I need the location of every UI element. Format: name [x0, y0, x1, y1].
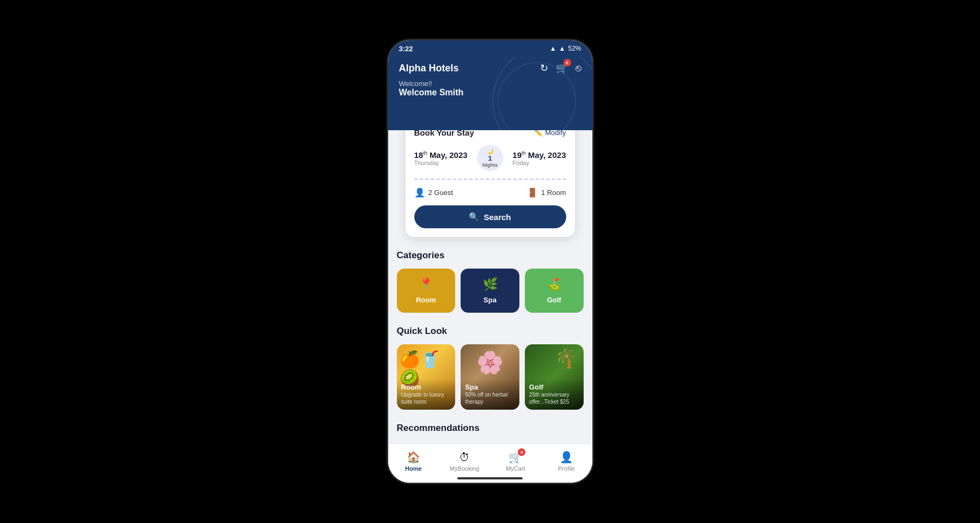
nav-cart-wrap: 🛒 0 — [509, 451, 522, 464]
profile-icon: 👤 — [560, 451, 573, 464]
person-icon: 👤 — [414, 187, 425, 198]
checkout-date: 19th May, 2023 — [512, 150, 566, 160]
ql-card-golf[interactable]: Golf 25th anniversary offer...Ticket $25 — [525, 344, 584, 410]
categories-row: 📍 Room 🌿 Spa ⛳ Golf — [397, 269, 584, 313]
guests-label: 2 Guest — [428, 188, 454, 197]
guests-row: 👤 2 Guest 🚪 1 Room — [414, 187, 566, 198]
dates-row: 18th May, 2023 Thursday 🌙 1 Nights 19th … — [414, 145, 566, 171]
ql-spa-subtitle: 50% off on herbal therapy — [465, 391, 515, 405]
booking-card: Book Your Stay ✏️ Modify 18th May, 2023 … — [406, 130, 575, 237]
nav-cart-badge: 0 — [518, 448, 525, 456]
quick-look-title: Quick Look — [397, 326, 584, 337]
app-title: Alpha Hotels — [399, 63, 459, 74]
main-content: Book Your Stay ✏️ Modify 18th May, 2023 … — [388, 130, 592, 483]
nav-mycart[interactable]: 🛒 0 MyCart — [499, 451, 532, 472]
booking-icon: ⏱ — [459, 451, 470, 464]
nav-mybooking[interactable]: ⏱ MyBooking — [448, 451, 481, 472]
modify-label: Modify — [545, 130, 566, 137]
booking-card-header: Book Your Stay ✏️ Modify — [414, 130, 566, 137]
nav-mybooking-label: MyBooking — [450, 465, 479, 472]
ql-room-title: Room — [401, 383, 451, 391]
modify-button[interactable]: ✏️ Modify — [534, 130, 566, 137]
header-top: Alpha Hotels ↻ 🛒 0 ⎋ — [399, 62, 581, 74]
home-icon: 🏠 — [407, 451, 420, 464]
booking-card-title: Book Your Stay — [414, 130, 474, 137]
search-label: Search — [483, 212, 511, 222]
pencil-icon: ✏️ — [534, 130, 543, 137]
header-actions: ↻ 🛒 0 ⎋ — [540, 62, 581, 74]
rooms-label: 1 Room — [541, 188, 566, 197]
spa-category-icon: 🌿 — [483, 277, 498, 291]
refresh-button[interactable]: ↻ — [540, 62, 548, 74]
nav-mycart-label: MyCart — [506, 465, 525, 472]
checkout-date-block: 19th May, 2023 Friday — [512, 150, 566, 166]
recommendations-section: Recommendations — [397, 423, 584, 434]
ql-room-subtitle: Upgrade to luxury suite room — [401, 391, 451, 405]
nights-label: Nights — [482, 162, 498, 168]
recommendations-title: Recommendations — [397, 423, 584, 434]
quick-look-section: Quick Look Room Upgrade to luxury suite … — [397, 326, 584, 410]
category-room[interactable]: 📍 Room — [397, 269, 456, 313]
ql-spa-title: Spa — [465, 383, 515, 391]
guests-item: 👤 2 Guest — [414, 187, 454, 198]
ql-golf-title: Golf — [529, 383, 579, 391]
nights-count: 1 — [488, 154, 492, 162]
ql-spa-overlay: Spa 50% off on herbal therapy — [461, 379, 519, 410]
home-indicator — [457, 477, 523, 479]
status-bar: 3:22 ▲ ▲ 52% — [388, 40, 592, 57]
header: Alpha Hotels ↻ 🛒 0 ⎋ Welcome!! Welcome S… — [388, 57, 592, 130]
golf-category-icon: ⛳ — [547, 277, 561, 291]
room-icon: 🚪 — [527, 187, 538, 198]
battery-label: 52% — [568, 45, 581, 52]
room-category-icon: 📍 — [419, 277, 433, 291]
cart-button[interactable]: 🛒 0 — [556, 62, 568, 74]
wifi-icon: ▲ — [550, 45, 556, 52]
categories-section: Categories 📍 Room 🌿 Spa ⛳ Golf — [397, 250, 584, 313]
ql-card-room[interactable]: Room Upgrade to luxury suite room — [397, 344, 456, 410]
moon-icon: 🌙 — [487, 148, 493, 154]
spa-category-label: Spa — [483, 296, 497, 304]
search-button[interactable]: 🔍 Search — [414, 205, 566, 228]
room-category-label: Room — [416, 296, 436, 304]
rooms-item: 🚪 1 Room — [527, 187, 566, 198]
signal-icon: ▲ — [559, 45, 566, 52]
nights-badge: 🌙 1 Nights — [477, 145, 503, 171]
category-spa[interactable]: 🌿 Spa — [461, 269, 519, 313]
checkin-date-block: 18th May, 2023 Thursday — [414, 150, 468, 166]
quick-look-row: Room Upgrade to luxury suite room Spa 50… — [397, 344, 584, 410]
golf-category-label: Golf — [547, 296, 561, 304]
welcome-name: Welcome Smith — [399, 88, 581, 98]
date-divider — [414, 179, 566, 180]
search-icon: 🔍 — [469, 212, 479, 222]
checkin-date: 18th May, 2023 — [414, 150, 468, 160]
nav-home[interactable]: 🏠 Home — [397, 451, 430, 472]
nav-profile-label: Profile — [558, 465, 575, 472]
categories-title: Categories — [397, 250, 584, 261]
ql-golf-overlay: Golf 25th anniversary offer...Ticket $25 — [525, 379, 584, 410]
ql-room-overlay: Room Upgrade to luxury suite room — [397, 379, 456, 410]
phone-container: 3:22 ▲ ▲ 52% Alpha Hotels ↻ 🛒 0 ⎋ Welcom… — [388, 40, 592, 483]
checkin-day: Thursday — [414, 160, 468, 166]
ql-golf-subtitle: 25th anniversary offer...Ticket $25 — [529, 391, 579, 405]
status-time: 3:22 — [399, 45, 413, 53]
cart-badge: 0 — [564, 59, 571, 66]
nav-home-label: Home — [405, 465, 422, 472]
logout-button[interactable]: ⎋ — [575, 63, 581, 74]
category-golf[interactable]: ⛳ Golf — [525, 269, 584, 313]
welcome-greeting: Welcome!! — [399, 80, 581, 88]
nav-profile[interactable]: 👤 Profile — [550, 451, 583, 472]
checkout-day: Friday — [512, 160, 566, 166]
status-icons: ▲ ▲ 52% — [550, 45, 581, 52]
ql-card-spa[interactable]: Spa 50% off on herbal therapy — [461, 344, 519, 410]
